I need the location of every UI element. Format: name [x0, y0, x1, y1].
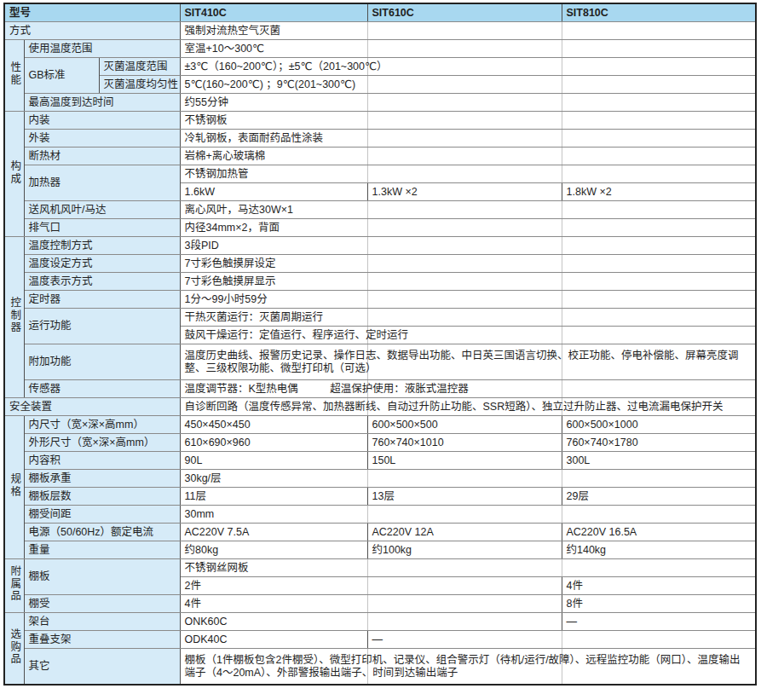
exhaust-value: 内径34mm×2，背面: [180, 219, 756, 237]
additional-functions-row: 附加功能 温度历史曲线、报警历史记录、操作日志、数据导出功能、中日英三国语言切换…: [4, 344, 756, 380]
spec-table: 型号 SIT410C SIT610C SIT810C 方式 强制对流热空气灭菌 …: [3, 3, 757, 686]
max-temp-time-value: 约55分钟: [180, 94, 756, 112]
gb-uniformity-label: 灭菌温度均匀性: [99, 76, 180, 94]
outer-dim-label: 外形尺寸（宽×深×高mm）: [24, 434, 180, 452]
safety-value: 自诊断回路（温度传感异常、加热器断线、自动过升防止功能、SSR短路）、独立过升防…: [180, 398, 756, 416]
timer-value: 1分～99小时59分: [180, 291, 756, 309]
heater-value-sit610c: 1.3kW ×2: [367, 183, 562, 201]
exterior-value: 冷轧钢板，表面耐药品性涂装: [180, 130, 756, 148]
shelf-pitch-row: 棚受间距 30mm: [4, 506, 756, 524]
shelf-pitch-value: 30mm: [180, 506, 756, 524]
gb-sterilize-range-label: 灭菌温度范围: [99, 58, 180, 76]
gb-sterilize-range-value: ±3℃（160~200℃）；±5℃（201~300℃）: [180, 58, 756, 76]
fan-motor-label: 送风机风叶/马达: [24, 201, 180, 219]
heater-label: 加热器: [24, 165, 180, 201]
shelf-qty-sit410-610: 2件: [180, 577, 562, 595]
other-row: 其它 棚板（1件棚板包含2件棚受）、微型打印机、记录仪、组合警示灯（待机/运行/…: [4, 649, 756, 686]
capacity-sit810c: 300L: [562, 452, 756, 470]
shelf-support-row: 棚受 4件 8件: [4, 595, 756, 613]
stacking-bracket-sit610-810: —: [367, 631, 756, 649]
power-sit410c: AC220V 7.5A: [180, 524, 367, 541]
stand-value-sit810: —: [562, 613, 756, 631]
inner-dim-row: 规格 内尺寸（宽×深×高mm） 450×450×450 600×500×500 …: [4, 416, 756, 434]
inner-dim-sit810c: 600×500×1000: [562, 416, 756, 434]
shelf-layers-label: 棚板层数: [24, 488, 180, 506]
shelf-load-row: 棚板承重 30kg/层: [4, 470, 756, 488]
heater-value-sit810c: 1.8kW ×2: [562, 183, 756, 201]
use-temp-range-value: 室温+10～300℃: [180, 40, 756, 58]
exhaust-label: 排气口: [24, 219, 180, 237]
shelf-support-label: 棚受: [24, 595, 180, 613]
outer-dim-sit810c: 760×740×1780: [562, 434, 756, 452]
capacity-sit610c: 150L: [367, 452, 562, 470]
shelf-layers-sit610c: 13层: [367, 488, 562, 506]
sensor-row: 传感器 温度调节器：K型热电偶 超温保护使用：液胀式温控器: [4, 380, 756, 398]
gb-sterilize-range-row: GB标准 灭菌温度范围 ±3℃（160~200℃）；±5℃（201~300℃）: [4, 58, 756, 76]
stand-row: 选购品 架台 ONK60C —: [4, 613, 756, 631]
sensor-value: 温度调节器：K型热电偶 超温保护使用：液胀式温控器: [180, 380, 756, 398]
model-sit410c: SIT410C: [180, 3, 367, 22]
stand-label: 架台: [24, 613, 180, 631]
model-row-label: 型号: [4, 3, 180, 22]
fan-motor-value: 离心风叶，马达30W×1: [180, 201, 756, 219]
shelf-type-value: 不锈钢丝网板: [180, 559, 756, 577]
heater-type-value: 不锈钢加热管: [180, 165, 756, 183]
safety-row: 安全装置 自诊断回路（温度传感异常、加热器断线、自动过升防止功能、SSR短路）、…: [4, 398, 756, 416]
sensor-label: 传感器: [24, 380, 180, 398]
interior-label: 内装: [24, 112, 180, 130]
weight-sit410c: 约80kg: [180, 541, 367, 559]
capacity-row: 内容积 90L 150L 300L: [4, 452, 756, 470]
controller-group-label: 控制器: [4, 237, 24, 398]
shelf-support-qty-sit810: 8件: [562, 595, 756, 613]
insulation-row: 断热材 岩棉+离心玻璃棉: [4, 148, 756, 165]
exterior-row: 外装 冷轧钢板，表面耐药品性涂装: [4, 130, 756, 148]
stacking-bracket-sit410: ODK40C: [180, 631, 367, 649]
temp-setting-label: 温度设定方式: [24, 255, 180, 273]
operation-dry-heat-value: 干热灭菌运行：灭菌周期运行: [180, 309, 756, 327]
temp-display-label: 温度表示方式: [24, 273, 180, 291]
accessories-group-label: 附属品: [4, 559, 24, 613]
fan-motor-row: 送风机风叶/马达 离心风叶，马达30W×1: [4, 201, 756, 219]
gb-uniformity-value: 5℃(160~200℃) ；9℃(201~300℃): [180, 76, 756, 94]
power-row: 电源（50/60Hz）额定电流 AC220V 7.5A AC220V 12A A…: [4, 524, 756, 541]
shelf-pitch-label: 棚受间距: [24, 506, 180, 524]
exhaust-row: 排气口 内径34mm×2，背面: [4, 219, 756, 237]
shelf-type-row: 附属品 棚板 不锈钢丝网板: [4, 559, 756, 577]
insulation-value: 岩棉+离心玻璃棉: [180, 148, 756, 165]
temp-display-row: 温度表示方式 7寸彩色触摸屏显示: [4, 273, 756, 291]
other-label: 其它: [24, 649, 180, 686]
timer-row: 定时器 1分～99小时59分: [4, 291, 756, 309]
operation-label: 运行功能: [24, 309, 180, 344]
temp-control-value: 3段PID: [180, 237, 756, 255]
safety-label: 安全装置: [4, 398, 180, 416]
stacking-bracket-row: 重叠支架 ODK40C —: [4, 631, 756, 649]
construction-group-label: 构成: [4, 112, 24, 237]
shelf-load-value: 30kg/层: [180, 470, 756, 488]
gb-standard-label: GB标准: [24, 58, 99, 94]
insulation-label: 断热材: [24, 148, 180, 165]
inner-dim-sit610c: 600×500×500: [367, 416, 562, 434]
timer-label: 定时器: [24, 291, 180, 309]
interior-value: 不锈钢板: [180, 112, 756, 130]
power-sit610c: AC220V 12A: [367, 524, 562, 541]
inner-dim-sit410c: 450×450×450: [180, 416, 367, 434]
power-label: 电源（50/60Hz）额定电流: [24, 524, 180, 541]
exterior-label: 外装: [24, 130, 180, 148]
stacking-bracket-label: 重叠支架: [24, 631, 180, 649]
outer-dim-row: 外形尺寸（宽×深×高mm） 610×690×960 760×740×1010 7…: [4, 434, 756, 452]
temp-control-label: 温度控制方式: [24, 237, 180, 255]
other-value: 棚板（1件棚板包含2件棚受）、微型打印机、记录仪、组合警示灯（待机/运行/故障）…: [180, 649, 756, 686]
gb-uniformity-row: 灭菌温度均匀性 5℃(160~200℃) ；9℃(201~300℃): [4, 76, 756, 94]
method-value: 强制对流热空气灭菌: [180, 22, 756, 40]
weight-sit610c: 约100kg: [367, 541, 562, 559]
interior-row: 构成 内装 不锈钢板: [4, 112, 756, 130]
shelf-qty-sit810: 4件: [562, 577, 756, 595]
model-sit610c: SIT610C: [367, 3, 562, 22]
capacity-label: 内容积: [24, 452, 180, 470]
additional-functions-value: 温度历史曲线、报警历史记录、操作日志、数据导出功能、中日英三国语言切换、校正功能…: [180, 344, 756, 380]
temp-setting-value: 7寸彩色触摸屏设定: [180, 255, 756, 273]
additional-functions-label: 附加功能: [24, 344, 180, 380]
model-sit810c: SIT810C: [562, 3, 756, 22]
use-temp-range-label: 使用温度范围: [24, 40, 180, 58]
max-temp-time-row: 最高温度到达时间 约55分钟: [4, 94, 756, 112]
